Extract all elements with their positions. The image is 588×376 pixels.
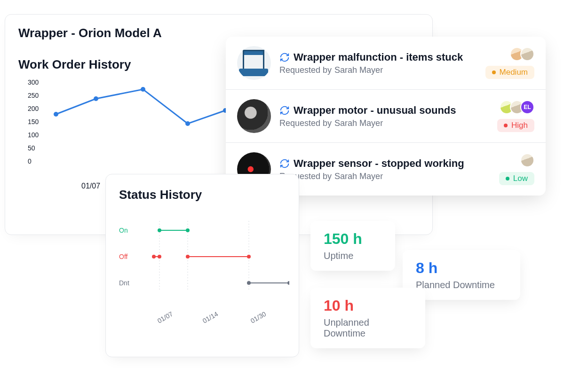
status-history-card: Status History On Off Dnt 01/07 xyxy=(105,174,299,357)
metric-unplanned-downtime: 10 h Unplanned Downtime xyxy=(310,288,425,348)
y-tick: 250 xyxy=(28,92,39,99)
status-history-chart: On Off Dnt 01/07 01/14 01/30 xyxy=(119,221,286,324)
status-x-tick: 01/30 xyxy=(249,310,267,324)
status-x-tick: 01/07 xyxy=(156,310,174,324)
status-row-label-dnt: Dnt xyxy=(119,279,129,287)
avatar: EL xyxy=(520,100,534,114)
ticket-subtitle: Requested by Sarah Mayer xyxy=(279,172,491,181)
status-dot-icon xyxy=(504,124,508,127)
ticket-body: Wrapper motor - unusual sounds Requested… xyxy=(279,104,489,128)
metric-label: Unplanned Downtime xyxy=(324,317,412,339)
svg-point-13 xyxy=(158,255,161,258)
y-tick: 300 xyxy=(28,78,39,86)
refresh-icon xyxy=(279,52,290,63)
refresh-icon xyxy=(279,158,290,169)
tickets-card: Wrapper malfunction - items stuck Reques… xyxy=(226,37,546,196)
avatar-stack: EL xyxy=(500,100,534,114)
ticket-row[interactable]: Wrapper malfunction - items stuck Reques… xyxy=(226,37,546,90)
priority-badge: High xyxy=(497,119,534,132)
avatar-stack xyxy=(520,153,534,167)
y-tick: 200 xyxy=(28,105,39,112)
ticket-thumbnail xyxy=(237,46,271,80)
ticket-row[interactable]: Wrapper motor - unusual sounds Requested… xyxy=(226,90,546,143)
ticket-title: Wrapper malfunction - items stuck xyxy=(294,51,463,63)
svg-point-10 xyxy=(186,228,190,232)
svg-point-18 xyxy=(247,281,251,285)
status-dot-icon xyxy=(506,177,509,180)
ticket-subtitle: Requested by Sarah Mayer xyxy=(279,118,489,128)
y-tick: 100 xyxy=(28,131,39,139)
avatar xyxy=(520,153,534,167)
metric-label: Planned Downtime xyxy=(416,280,507,290)
y-tick: 0 xyxy=(28,157,32,165)
refresh-icon xyxy=(279,105,290,116)
svg-point-16 xyxy=(247,255,251,258)
svg-point-3 xyxy=(185,121,190,126)
ticket-title: Wrapper sensor - stopped working xyxy=(294,157,464,170)
status-timeline-svg xyxy=(141,221,289,306)
ticket-body: Wrapper malfunction - items stuck Reques… xyxy=(279,51,477,75)
status-history-title: Status History xyxy=(119,188,286,202)
svg-point-0 xyxy=(54,112,58,117)
svg-point-2 xyxy=(141,87,145,92)
svg-point-9 xyxy=(158,228,161,232)
ticket-body: Wrapper sensor - stopped working Request… xyxy=(279,157,491,181)
metric-label: Uptime xyxy=(324,251,382,261)
priority-badge: Low xyxy=(499,172,534,185)
metric-value: 150 h xyxy=(324,230,382,248)
metric-value: 10 h xyxy=(324,297,412,314)
metric-uptime: 150 h Uptime xyxy=(310,221,395,271)
avatar-stack xyxy=(510,47,534,61)
y-tick: 150 xyxy=(28,118,39,125)
svg-point-19 xyxy=(287,281,289,285)
svg-point-1 xyxy=(94,96,98,101)
status-x-tick: 01/14 xyxy=(201,310,219,324)
priority-badge: Medium xyxy=(485,66,534,79)
status-row-label-off: Off xyxy=(119,253,127,260)
status-dot-icon xyxy=(492,70,496,74)
svg-point-12 xyxy=(152,255,156,258)
status-row-label-on: On xyxy=(119,227,128,234)
ticket-subtitle: Requested by Sarah Mayer xyxy=(279,65,477,75)
y-tick: 50 xyxy=(28,144,35,152)
svg-point-15 xyxy=(186,255,190,258)
ticket-thumbnail xyxy=(237,99,271,133)
ticket-title: Wrapper motor - unusual sounds xyxy=(294,104,456,117)
metric-value: 8 h xyxy=(416,259,507,277)
avatar xyxy=(520,47,534,61)
x-tick: 01/07 xyxy=(81,182,100,190)
